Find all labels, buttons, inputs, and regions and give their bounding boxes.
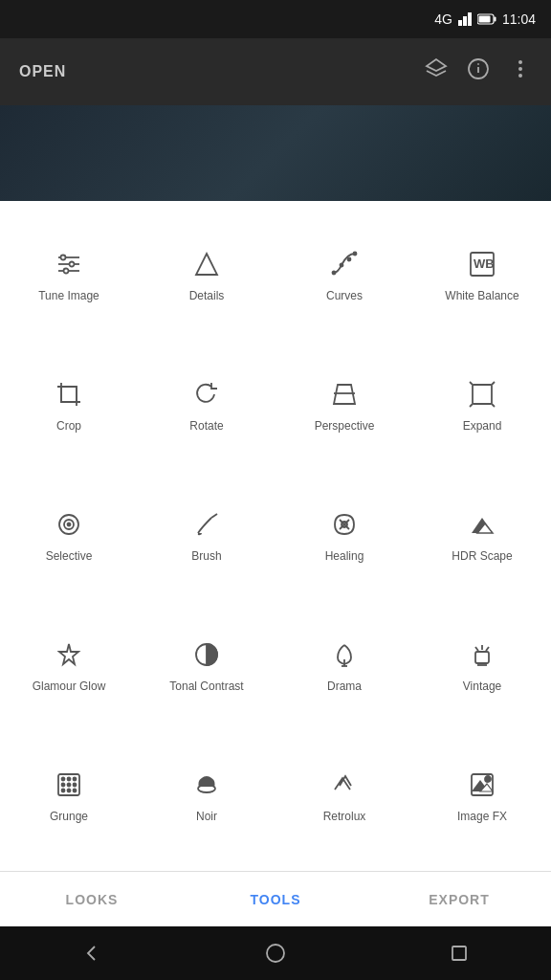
- svg-line-29: [470, 382, 473, 385]
- tool-selective[interactable]: Selective: [0, 471, 138, 601]
- wb-icon: WB: [465, 247, 499, 281]
- details-label: Details: [189, 289, 225, 304]
- preview-canvas: [0, 105, 551, 201]
- healing-label: Healing: [325, 549, 364, 565]
- tools-area: Tune Image Details Curves: [0, 201, 551, 926]
- noir-label: Noir: [196, 810, 217, 825]
- hdr-label: HDR Scape: [452, 549, 512, 565]
- svg-point-63: [267, 945, 284, 962]
- brush-label: Brush: [191, 549, 221, 565]
- tool-vintage[interactable]: Vintage: [413, 601, 551, 731]
- export-label: EXPORT: [429, 892, 490, 907]
- tool-retrolux[interactable]: Retrolux: [276, 731, 413, 861]
- info-icon[interactable]: [467, 57, 490, 86]
- tool-perspective[interactable]: Perspective: [276, 341, 413, 471]
- tool-noir[interactable]: Noir: [138, 731, 276, 861]
- back-button[interactable]: [69, 930, 115, 976]
- more-icon[interactable]: [509, 57, 532, 86]
- glamour-label: Glamour Glow: [33, 679, 106, 695]
- svg-line-30: [492, 382, 495, 385]
- signal-icon: [458, 12, 472, 26]
- imagefx-icon: [465, 768, 499, 802]
- tool-crop[interactable]: Crop: [0, 341, 138, 471]
- svg-point-57: [74, 790, 77, 792]
- tool-grunge[interactable]: Grunge: [0, 731, 138, 861]
- tool-hdr-scape[interactable]: HDR Scape: [413, 471, 551, 601]
- toolbar-icons: [425, 57, 532, 86]
- vintage-icon: [465, 637, 499, 672]
- noir-icon: [189, 768, 224, 802]
- svg-point-35: [68, 523, 71, 526]
- svg-rect-64: [452, 947, 466, 960]
- tune-label: Tune Image: [38, 289, 99, 304]
- svg-rect-28: [473, 385, 492, 404]
- network-indicator: 4G: [434, 11, 452, 27]
- battery-icon: [477, 13, 496, 25]
- svg-point-9: [518, 60, 522, 64]
- tab-looks[interactable]: LOOKS: [0, 872, 184, 926]
- looks-label: LOOKS: [66, 892, 119, 907]
- svg-point-52: [62, 784, 65, 787]
- svg-point-56: [68, 790, 71, 792]
- tool-glamour-glow[interactable]: Glamour Glow: [0, 601, 138, 731]
- svg-line-32: [492, 404, 495, 407]
- tool-white-balance[interactable]: WB White Balance: [413, 211, 551, 341]
- expand-label: Expand: [463, 419, 502, 434]
- tool-healing[interactable]: Healing: [276, 471, 413, 601]
- healing-icon: [327, 507, 362, 542]
- tool-tonal-contrast[interactable]: Tonal Contrast: [138, 601, 276, 731]
- nav-bar: [0, 926, 551, 980]
- svg-point-11: [518, 74, 522, 78]
- tool-drama[interactable]: Drama: [276, 601, 413, 731]
- home-button[interactable]: [253, 930, 298, 976]
- tool-rotate[interactable]: Rotate: [138, 341, 276, 471]
- selective-label: Selective: [46, 549, 93, 565]
- tools-label: TOOLS: [251, 892, 301, 907]
- svg-point-8: [478, 64, 479, 65]
- svg-point-22: [354, 253, 357, 256]
- drama-label: Drama: [327, 679, 362, 695]
- svg-marker-42: [59, 644, 78, 664]
- svg-point-51: [74, 778, 77, 781]
- crop-icon: [52, 377, 86, 412]
- tool-curves[interactable]: Curves: [276, 211, 413, 341]
- svg-rect-5: [478, 16, 490, 23]
- recent-apps-button[interactable]: [436, 930, 482, 976]
- svg-point-20: [341, 264, 343, 267]
- svg-text:WB: WB: [474, 256, 495, 271]
- brush-icon: [189, 507, 224, 542]
- svg-line-36: [211, 514, 217, 518]
- tool-details[interactable]: Details: [138, 211, 276, 341]
- svg-point-55: [62, 790, 65, 792]
- tool-imagefx[interactable]: Image FX: [413, 731, 551, 861]
- svg-rect-4: [494, 17, 496, 22]
- svg-point-50: [68, 778, 71, 781]
- tool-expand[interactable]: Expand: [413, 341, 551, 471]
- selective-icon: [52, 507, 86, 542]
- tonal-icon: [189, 637, 224, 672]
- svg-rect-25: [61, 387, 77, 402]
- svg-rect-46: [475, 652, 489, 663]
- status-bar: 4G 11:04: [0, 0, 551, 38]
- retrolux-icon: [327, 768, 362, 802]
- tool-brush[interactable]: Brush: [138, 471, 276, 601]
- svg-point-21: [348, 258, 351, 261]
- tab-tools[interactable]: TOOLS: [184, 872, 367, 926]
- rotate-label: Rotate: [189, 419, 223, 434]
- drama-icon: [327, 637, 362, 672]
- svg-marker-2: [468, 12, 472, 26]
- glamour-icon: [52, 637, 86, 672]
- vintage-label: Vintage: [463, 679, 501, 695]
- curves-icon: [327, 247, 362, 281]
- rotate-icon: [189, 377, 224, 412]
- crop-label: Crop: [56, 419, 81, 434]
- wb-label: White Balance: [445, 289, 518, 304]
- tab-export[interactable]: EXPORT: [367, 872, 551, 926]
- svg-line-31: [470, 404, 473, 407]
- hdr-icon: [465, 507, 499, 542]
- tools-grid: Tune Image Details Curves: [0, 201, 551, 871]
- open-button[interactable]: OPEN: [19, 63, 66, 80]
- layers-icon[interactable]: [425, 57, 448, 86]
- tool-tune-image[interactable]: Tune Image: [0, 211, 138, 341]
- top-toolbar: OPEN: [0, 38, 551, 105]
